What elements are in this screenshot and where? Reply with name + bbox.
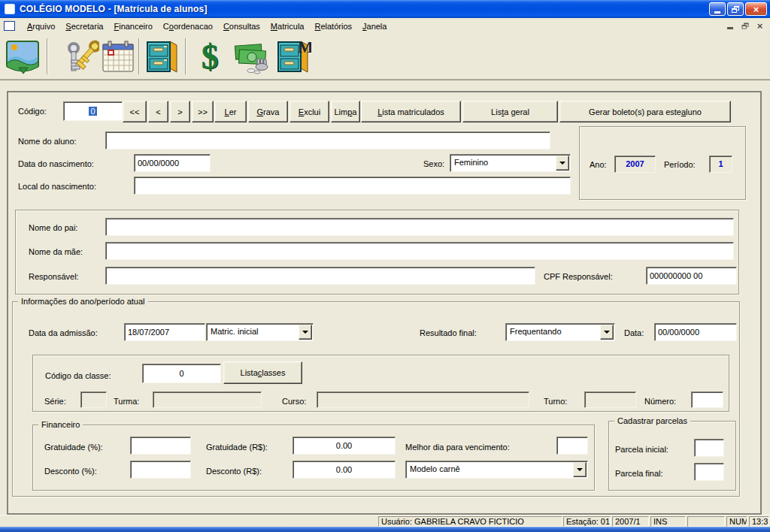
financeiro-group: Financeiro Gratuidade (%): Gratuidade (R… xyxy=(32,425,595,491)
status-bar: Usuário: GABRIELA CRAVO FICTICIO Estação… xyxy=(0,515,770,527)
dollar-icon: $ xyxy=(202,37,219,77)
nome-pai-input[interactable] xyxy=(105,218,734,236)
nome-mae-label: Nome da mãe: xyxy=(29,247,83,256)
modelo-carne-dropdown-button[interactable] xyxy=(573,462,587,477)
desconto-pct-input[interactable] xyxy=(130,461,191,479)
resultado-final-dropdown-button[interactable] xyxy=(600,325,614,340)
limpa-button[interactable]: Limpa xyxy=(331,101,360,122)
matricula-toolbar-button[interactable]: M xyxy=(272,36,313,77)
lista-classes-button[interactable]: Lista classes xyxy=(223,361,302,384)
resultado-final-combobox[interactable]: Frequentando xyxy=(505,323,615,341)
responsavel-input[interactable] xyxy=(105,267,535,285)
mdi-minimize-icon xyxy=(727,27,733,29)
menu-arquivo[interactable]: Arquivo xyxy=(22,20,60,32)
chevron-down-icon xyxy=(302,331,308,334)
codigo-input[interactable]: 0 xyxy=(63,101,123,121)
mdi-client-area: Código: 0 << < > >> Ler Grava Exclui Lim… xyxy=(0,80,770,515)
nav-first-button[interactable]: << xyxy=(123,101,147,122)
turma-label: Turma: xyxy=(114,397,139,406)
lista-matriculados-button[interactable]: Lista matriculados xyxy=(361,101,461,122)
curso-field xyxy=(317,391,529,408)
sexo-combobox[interactable]: Feminino xyxy=(450,154,571,172)
gratuidade-rs-input[interactable] xyxy=(293,437,396,455)
chevron-down-icon xyxy=(559,162,565,165)
menu-relatorios[interactable]: Relatórios xyxy=(309,20,357,32)
cpf-responsavel-input[interactable] xyxy=(646,267,737,285)
matricula-tipo-combobox[interactable]: Matric. inicial xyxy=(206,323,314,341)
menu-matricula[interactable]: Matricula xyxy=(265,20,310,32)
keys-icon xyxy=(62,38,99,76)
close-button[interactable]: × xyxy=(745,2,767,16)
menu-janela[interactable]: Janela xyxy=(357,20,392,32)
nav-last-button[interactable]: >> xyxy=(192,101,214,122)
status-num-lock: NUM xyxy=(726,516,747,527)
parcela-final-input[interactable] xyxy=(694,463,724,481)
melhor-dia-label: Melhor dia para vencimento: xyxy=(405,443,510,452)
money-toolbar-button[interactable] xyxy=(232,36,272,77)
grava-button[interactable]: Grava xyxy=(248,101,288,122)
menu-consultas[interactable]: Consultas xyxy=(218,20,265,32)
menu-coordenacao[interactable]: Coordenacao xyxy=(158,20,218,32)
mdi-minimize-button[interactable] xyxy=(723,20,736,32)
status-estacao: Estação: 01 xyxy=(563,516,611,527)
melhor-dia-input[interactable] xyxy=(556,437,588,455)
menu-bar: Arquivo Secretaria Financeiro Coordenaca… xyxy=(0,18,770,34)
data-admissao-input[interactable] xyxy=(124,323,205,341)
matricula-tipo-dropdown-button[interactable] xyxy=(299,325,312,340)
info-periodo-group: Informações do ano/período atual Data da… xyxy=(12,301,740,497)
resultado-data-label: Data: xyxy=(624,328,644,337)
nome-mae-input[interactable] xyxy=(105,242,734,260)
toolbar-separator xyxy=(47,38,48,74)
codigo-classe-input[interactable] xyxy=(142,364,221,383)
status-usuario: Usuário: GABRIELA CRAVO FICTICIO xyxy=(378,516,562,527)
keys-toolbar-button[interactable] xyxy=(60,36,101,77)
local-nascimento-input[interactable] xyxy=(134,177,571,195)
data-admissao-label: Data da admissão: xyxy=(29,328,98,337)
lista-geral-button[interactable]: Lista geral xyxy=(462,101,558,122)
mdi-close-icon: × xyxy=(757,21,763,31)
classe-group: Código da classe: Lista classes Série: T… xyxy=(32,355,729,412)
menu-secretaria[interactable]: Secretaria xyxy=(60,20,108,32)
data-nascimento-input[interactable] xyxy=(134,154,211,172)
gerar-boletos-button[interactable]: Gerar boleto(s) para este aluno xyxy=(559,101,731,122)
file-cabinet-toolbar-button[interactable] xyxy=(141,36,182,77)
modelo-carne-combobox[interactable]: Modelo carnê xyxy=(405,461,588,479)
resultado-final-value: Frequentando xyxy=(510,327,562,336)
nav-next-button[interactable]: > xyxy=(170,101,190,122)
sexo-dropdown-button[interactable] xyxy=(556,156,569,171)
numero-label: Número: xyxy=(644,397,676,406)
familia-group: Nome do pai: Nome da mãe: Responsável: C… xyxy=(15,210,739,295)
dollar-toolbar-button[interactable]: $ xyxy=(189,36,230,77)
modelo-carne-value: Modelo carnê xyxy=(410,464,460,473)
status-ano-periodo: 2007/1 xyxy=(612,516,649,527)
exclui-button[interactable]: Exclui xyxy=(290,101,329,122)
parcela-inicial-input[interactable] xyxy=(694,439,724,457)
gratuidade-pct-input[interactable] xyxy=(130,437,191,455)
resultado-data-input[interactable] xyxy=(654,323,737,341)
status-extra xyxy=(687,516,725,527)
calendar-toolbar-button[interactable] xyxy=(98,36,138,77)
desconto-rs-input[interactable] xyxy=(293,461,396,479)
codigo-label: Código: xyxy=(18,107,47,116)
picture-toolbar-button[interactable] xyxy=(3,36,44,77)
title-bar[interactable]: COLÉGIO MODELO - [Matrícula de alunos] × xyxy=(0,0,770,18)
desconto-rs-label: Desconto (R$): xyxy=(206,467,262,476)
money-icon xyxy=(232,38,271,76)
resultado-final-label: Resultado final: xyxy=(420,328,477,337)
nav-prev-button[interactable]: < xyxy=(148,101,168,122)
curso-label: Curso: xyxy=(282,397,306,406)
ler-button[interactable]: Ler xyxy=(214,101,247,122)
gratuidade-pct-label: Gratuidade (%): xyxy=(44,443,103,452)
mdi-close-button[interactable]: × xyxy=(753,20,766,32)
menu-financeiro[interactable]: Financeiro xyxy=(108,20,157,32)
svg-text:M: M xyxy=(298,38,311,56)
toolbar: $ M xyxy=(0,34,770,80)
minimize-button[interactable] xyxy=(709,2,726,16)
cpf-responsavel-label: CPF Responsável: xyxy=(544,272,613,281)
restore-button[interactable] xyxy=(727,2,744,16)
mdi-restore-button[interactable] xyxy=(738,20,751,32)
numero-input[interactable] xyxy=(691,391,723,408)
serie-label: Série: xyxy=(44,397,66,406)
nome-aluno-input[interactable] xyxy=(105,131,550,150)
matricula-tipo-value: Matric. inicial xyxy=(211,327,259,336)
